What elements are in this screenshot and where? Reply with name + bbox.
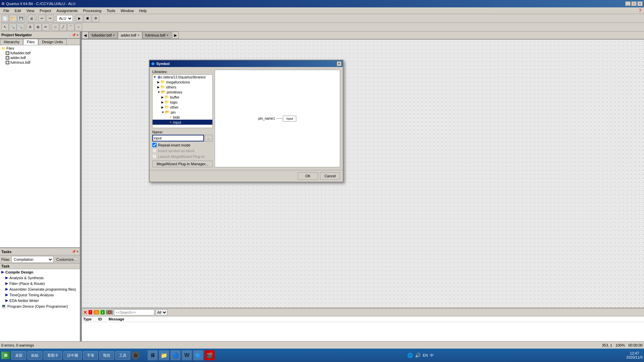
menu-view[interactable]: View [24,8,37,13]
task-analysis[interactable]: ▶ Analysis & Synthesis [0,275,80,281]
cancel-button[interactable]: Cancel [320,172,340,180]
taskbar-app-6[interactable]: 🎬 [205,350,215,360]
tab-scroll-right[interactable]: ▶ [172,32,179,39]
ok-button[interactable]: OK [298,172,318,180]
task-compile-design[interactable]: ▶ Compile Design [0,269,80,275]
menu-processing[interactable]: Processing [80,8,104,13]
taskbar-btn-desktop[interactable]: 桌面 [11,351,26,360]
task-assembler[interactable]: ▶ Assembler (Generate programming files) [0,286,80,292]
dialog-close-button[interactable]: × [337,61,341,66]
log-critical-icon[interactable]: ! [89,310,92,314]
tab-hierarchy[interactable]: Hierarchy [0,39,23,45]
library-tree-box[interactable]: ▼ 🖥 c:/altera/13.0/quartus/libraries/ ▶ … [152,74,213,128]
log-suppress-icon[interactable]: 🔕 [106,310,113,314]
tree-expand-other[interactable]: ▶ [161,106,164,109]
log-filter-dropdown[interactable]: All [156,309,167,315]
text-tool[interactable]: A [26,23,34,31]
stop-button[interactable]: ⏹ [84,15,91,22]
tree-expand-others[interactable]: ▶ [157,85,160,89]
menu-assignments[interactable]: Assignments [54,8,80,13]
tree-expand-logic[interactable]: ▶ [161,101,164,104]
tree-expand-root[interactable]: ▼ [153,75,156,79]
tab-fulladder[interactable]: fulladder.bdf × [89,32,118,39]
tree-node-others[interactable]: ▶ 📁 others [153,84,212,89]
tasks-pin-icon[interactable]: 📌 [72,250,76,253]
tab-adder-close[interactable]: × [138,34,139,37]
tab-scroll-left[interactable]: ◀ [82,32,89,39]
zoom-in[interactable]: 🔍 [9,23,16,31]
taskbar-app-5[interactable]: 🔷 [193,350,203,360]
maximize-button[interactable]: □ [631,1,637,6]
menu-edit[interactable]: Edit [12,8,24,13]
settings-button[interactable]: ⚙ [92,15,99,22]
tree-node-pin[interactable]: ▼ 📂 pin [153,110,212,115]
menu-window[interactable]: Window [118,8,137,13]
tree-expand-buffer[interactable]: ▶ [161,96,164,99]
tree-node-root[interactable]: ▼ 🖥 c:/altera/13.0/quartus/libraries/ [153,75,212,79]
tab-fulminus[interactable]: fulminus.bdf × [142,32,171,39]
taskbar-btn-card[interactable]: 看图卡 [44,351,62,360]
print-button[interactable]: 🖨 [28,15,35,22]
taskbar-btn-mid[interactable]: 語中圖 [63,351,82,360]
log-info-icon[interactable]: ℹ [101,310,105,314]
tree-node-bidir[interactable]: ▶ 🔸 bidir [153,115,212,120]
select-tool[interactable]: ↖ [1,23,9,31]
line-tool[interactable]: ╱ [59,23,67,31]
tab-fulminus-close[interactable]: × [167,34,168,37]
rect-tool[interactable]: □ [52,23,59,31]
taskbar-btn-pen[interactable]: 手筆 [83,351,98,360]
taskbar-app-explorer[interactable]: 🖥 [148,350,158,360]
taskbar-app-word[interactable]: W [182,350,192,360]
flow-dropdown[interactable]: Compilation [11,256,53,263]
repeat-insert-checkbox[interactable] [152,143,157,147]
customize-button[interactable]: Customize... [55,257,78,262]
tree-node-other[interactable]: ▶ 📁 other [153,105,212,110]
taskbar-btn-tools[interactable]: 工具 [115,351,130,360]
task-fitter[interactable]: ▶ Fitter (Place & Route) [0,281,80,286]
panel-close-icon[interactable]: × [76,33,78,37]
start-button[interactable]: ⊞ [1,352,10,359]
close-button[interactable]: × [637,1,643,6]
tree-node-input[interactable]: ▶ 🔸 input [153,120,212,125]
save-button[interactable]: 💾 [17,15,25,22]
file-item-adder[interactable]: 🔲 adder.bdf [1,55,79,60]
menu-tools[interactable]: Tools [104,8,118,13]
megawizard-button[interactable]: MegaWizard Plug-In Manager... [152,161,213,167]
arc-tool[interactable]: ⌒ [67,23,74,31]
tasks-close-icon[interactable]: × [76,250,78,253]
zoom-out[interactable]: 🔍 [17,23,24,31]
log-search-input[interactable] [114,309,154,315]
taskbar-btn-preview[interactable]: 预览 [99,351,114,360]
compile-button[interactable]: ▶ [76,15,83,22]
name-input[interactable] [152,135,204,141]
circle-tool[interactable]: ○ [75,23,82,31]
menu-help[interactable]: Help [137,8,150,13]
tree-node-logic[interactable]: ▶ 📁 logic [153,100,212,105]
browse-button[interactable]: ... [205,135,213,141]
open-button[interactable]: 📂 [9,15,17,22]
launch-megawizard-checkbox[interactable] [152,154,157,159]
wire-tool[interactable]: ✏ [42,23,49,31]
taskbar-app-folder[interactable]: 📁 [159,350,169,360]
log-warning-icon[interactable]: ⚠ [94,310,99,314]
tree-expand-mega[interactable]: ▶ [157,80,160,84]
tree-node-primitives[interactable]: ▼ 📂 primitives [153,89,212,95]
symbol-tool[interactable]: ⊞ [34,23,42,31]
undo-button[interactable]: ↩ [38,15,46,22]
tab-files[interactable]: Files [23,39,38,45]
project-dropdown[interactable]: ALU [57,15,73,22]
file-item-fulminus[interactable]: 🔲 fulminus.bdf [1,60,79,65]
taskbar-btn-tiez[interactable]: 贴贴 [28,351,42,360]
new-button[interactable]: 📄 [1,15,9,22]
menu-project[interactable]: Project [37,8,54,13]
tab-fulladder-close[interactable]: × [113,34,115,37]
tree-expand-primitives[interactable]: ▼ [157,90,160,94]
tab-design-units[interactable]: Design Units [38,39,66,45]
redo-button[interactable]: ↪ [46,15,54,22]
task-eda[interactable]: ▶ EDA Netlist Writer [0,298,80,303]
tab-adder[interactable]: adder.bdf × [118,32,142,39]
taskbar-power-button[interactable]: ⏻ [131,351,140,359]
task-programmer[interactable]: 💻 Program Device (Open Programmer) [0,303,80,309]
log-error-icon[interactable]: ✕ [83,310,87,315]
tree-node-buffer[interactable]: ▶ 📁 buffer [153,95,212,100]
